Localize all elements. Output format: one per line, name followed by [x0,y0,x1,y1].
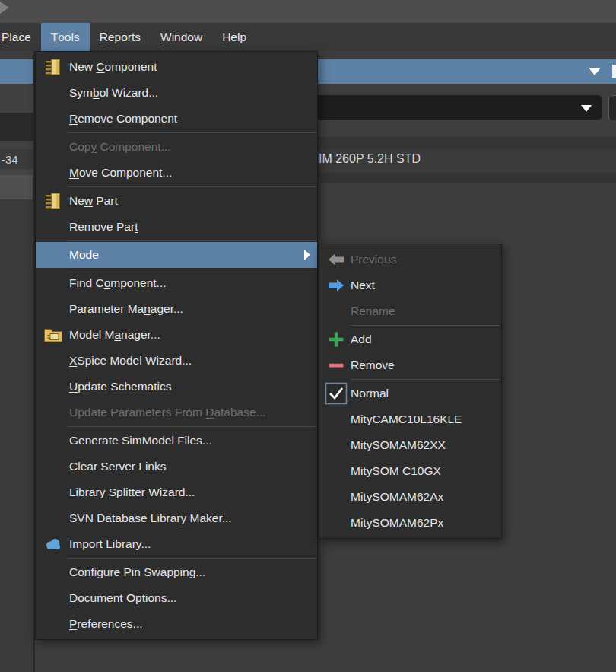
menu-item-label: Find Component... [69,276,167,290]
menu-separator [68,132,316,133]
minus-icon [324,355,348,376]
menu-item-library-splitter[interactable]: Library Splitter Wizard... [36,479,317,505]
menu-item-remove-part[interactable]: Remove Part [36,214,317,240]
left-panel-band [0,113,33,141]
menu-item-label: Remove Part [69,220,138,234]
menu-item-label: SVN Database Library Maker... [69,511,232,525]
menu-separator [68,269,316,269]
menu-item-remove-component[interactable]: Remove Component [36,106,317,132]
menubar-item-place[interactable]: Place [0,23,41,51]
chip-icon [41,56,65,78]
tools-menu: New ComponentSymbol Wizard...Remove Comp… [35,51,318,640]
blank-icon [41,136,65,158]
menu-item-find-component[interactable]: Find Component... [36,270,317,296]
menubar-item-reports[interactable]: Reports [90,23,151,51]
menu-item-clear-server-links[interactable]: Clear Server Links [36,454,317,479]
menubar-item-window[interactable]: Window [151,23,212,51]
menu-item-copy-component: Copy Component... [36,134,317,160]
menu-item-model-manager[interactable]: Model Manager... [36,322,317,348]
blank-icon [41,350,65,371]
menu-item-label: MitySOM C10GX [351,464,441,478]
menu-item-configure-pin-swapping[interactable]: Configure Pin Swapping... [36,559,317,585]
blank-icon [41,82,65,104]
left-panel-band [0,175,33,199]
menubar-item-tools[interactable]: Tools [41,23,90,51]
blank-icon [41,376,65,397]
chevron-down-icon[interactable] [581,105,592,112]
menu-item-update-parameters: Update Parameters From Database... [36,400,317,425]
menu-item-new-part[interactable]: New Part [36,188,317,214]
menu-item-label: Document Options... [69,591,176,605]
blank-icon [41,298,65,320]
menu-item-add[interactable]: Add [319,326,501,352]
menu-item-label: Previous [351,253,396,266]
menu-item-move-component[interactable]: Move Component... [36,160,317,186]
chip-icon [41,190,65,212]
menu-item-label: MitySOMAM62XX [351,438,446,452]
menu-item-mitysom-c10gx[interactable]: MitySOM C10GX [319,458,501,484]
folder-chip-icon [41,324,65,346]
blank-icon [324,486,348,508]
menu-item-import-library[interactable]: Import Library... [36,531,317,557]
menu-item-next[interactable]: Next [319,272,501,298]
menu-bar: PlaceToolsReportsWindowHelp [0,23,616,51]
menu-item-label: Remove Component [69,112,177,126]
menu-separator [68,426,316,427]
menu-item-mitysomam62xx[interactable]: MitySOMAM62XX [319,432,501,458]
blank-icon [41,430,65,451]
menu-item-label: Copy Component... [69,140,171,154]
left-panel-band [0,199,33,672]
blank-icon [41,272,65,294]
blank-icon [41,588,65,609]
submenu-arrow-icon [304,250,310,260]
application-window: PlaceToolsReportsWindowHelp -34 IM 260P … [0,0,616,672]
title-bar [0,0,616,23]
left-panel-band [0,141,33,149]
arrow-left-icon [324,249,348,270]
menubar-item-help[interactable]: Help [212,23,256,51]
menu-item-label: New Part [69,194,118,208]
menu-item-xspice-model-wizard[interactable]: XSpice Model Wizard... [36,348,317,374]
menu-item-label: Symbol Wizard... [69,86,158,100]
cloud-icon [41,533,65,555]
menu-item-label: Update Parameters From Database... [69,406,265,419]
menu-item-symbol-wizard[interactable]: Symbol Wizard... [36,80,317,106]
partial-dropdown-button[interactable] [608,95,616,122]
menu-item-svn-database-maker[interactable]: SVN Database Library Maker... [36,505,317,531]
menu-item-normal[interactable]: Normal [319,381,501,406]
menu-item-parameter-manager[interactable]: Parameter Manager... [36,296,317,322]
blank-icon [41,508,65,529]
menu-item-new-component[interactable]: New Component [36,54,317,80]
chevron-down-icon[interactable] [589,68,601,75]
blank-icon [324,512,348,533]
play-icon[interactable] [0,2,9,14]
menu-item-remove[interactable]: Remove [319,352,501,378]
menu-item-label: Rename [351,304,395,318]
arrow-right-icon [324,275,348,296]
blank-icon [41,216,65,237]
blank-icon [324,301,348,322]
blank-icon [324,460,348,482]
menu-item-label: Library Splitter Wizard... [69,486,195,499]
menu-item-document-options[interactable]: Document Options... [36,585,317,611]
menu-separator [68,186,316,187]
menu-item-mode[interactable]: Mode [36,242,317,268]
partial-document-icon [612,65,616,78]
menu-item-mitycamc10l16kle[interactable]: MityCAMC10L16KLE [319,406,501,432]
menu-item-generate-simmodel[interactable]: Generate SimModel Files... [36,428,317,454]
menu-item-mitysomam62ax[interactable]: MitySOMAM62Ax [319,484,501,510]
check-icon [324,383,348,404]
grid-cell-value: -34 [2,153,18,166]
menu-item-label: XSpice Model Wizard... [69,354,192,368]
menu-item-update-schematics[interactable]: Update Schematics [36,374,317,400]
menu-item-label: Remove [351,358,395,372]
blank-icon [41,456,65,477]
blank-icon [41,562,65,583]
menu-item-mitysomam62px[interactable]: MitySOMAM62Px [319,510,501,536]
blank-icon [41,244,65,266]
menu-item-label: MitySOMAM62Px [351,516,443,530]
plus-icon [324,329,348,350]
left-panel-band [0,169,33,175]
menu-item-label: New Component [69,60,157,74]
menu-item-preferences[interactable]: Preferences... [36,611,317,637]
